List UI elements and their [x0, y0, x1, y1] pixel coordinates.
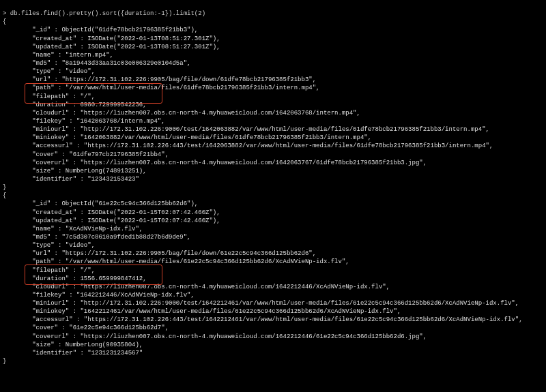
doc2-cloudurl: "cloudurl" : "https://liuzhen007.obs.cn-… — [32, 284, 390, 290]
doc1-identifier: "identifier" : "123432153423" — [32, 176, 139, 183]
doc2-cover: "cover" : "61e22c5e94c366d125bb62d7", — [32, 325, 169, 331]
doc2-accessurl: "accessurl" : "https://172.31.102.226:44… — [32, 316, 522, 323]
terminal-output: > db.files.find().pretty().sort({duratio… — [0, 0, 546, 392]
doc1-duration: "duration" : 6980.729999542236, — [32, 102, 146, 108]
doc2-name: "name" : "XcAdNVieNp-idx.flv", — [32, 226, 143, 232]
command-line: > db.files.find().pretty().sort({duratio… — [3, 10, 205, 17]
doc1-coverurl: "coverurl" : "https://liuzhen007.obs.cn-… — [32, 160, 427, 166]
doc2-path: "path" : "/var/www/html/user-media/files… — [32, 258, 349, 265]
doc2-miniokey: "miniokey" : "1642212461/var/www/html/us… — [32, 308, 401, 315]
doc1-close-brace: } — [3, 184, 6, 191]
doc2-identifier: "identifier" : "1231231234567" — [32, 350, 143, 357]
doc2-updated-at: "updated_at" : ISODate("2022-01-15T02:07… — [32, 217, 220, 224]
doc1-md5: "md5" : "8a19443d33aa31c03e006329e0104d5… — [32, 60, 190, 67]
doc1-miniokey: "miniokey" : "1642063882/var/www/html/us… — [32, 134, 371, 141]
doc1-size: "size" : NumberLong(748913251), — [32, 168, 146, 175]
doc2-filekey: "filekey" : "1642212446/XcAdNVieNp-idx.f… — [32, 292, 195, 299]
doc2-close-brace: } — [3, 358, 6, 365]
doc1-path: "path" : "/var/www/html/user-media/files… — [32, 85, 319, 91]
doc2-url: "url" : "https://172.31.102.226:9905/bag… — [32, 250, 316, 257]
doc2-md5: "md5" : "7c5d307c8610a9fded1b88d27b6d9de… — [32, 234, 190, 241]
doc2-coverurl: "coverurl" : "https://liuzhen007.obs.cn-… — [32, 333, 427, 340]
doc1-created-at: "created_at" : ISODate("2022-01-13T08:51… — [32, 35, 220, 42]
doc2-created-at: "created_at" : ISODate("2022-01-15T02:07… — [32, 209, 220, 216]
doc1-filekey: "filekey" : "1642063768/intern.mp4", — [32, 118, 164, 125]
doc2-miniourl: "miniourl" : "http://172.31.102.226:9000… — [32, 300, 519, 307]
doc2-duration: "duration" : 1556.659999847412, — [32, 275, 146, 282]
doc1-type: "type" : "video", — [32, 68, 95, 75]
doc2-id: "_id" : ObjectId("61e22c5c94c366d125bb62… — [32, 200, 198, 207]
doc1-accessurl: "accessurl" : "https://172.31.102.226:44… — [32, 142, 493, 149]
doc1-id: "_id" : ObjectId("61dfe78bcb21796385f21b… — [32, 27, 198, 33]
doc1-cover: "cover" : "61dfe797cb21796385f21bb4", — [32, 151, 169, 158]
doc2-filepath: "filepath" : "/", — [32, 267, 95, 274]
doc1-open-brace: { — [3, 18, 6, 25]
doc2-open-brace: { — [3, 192, 6, 199]
doc1-url: "url" : "https://172.31.102.226:9905/bag… — [32, 76, 316, 83]
doc1-updated-at: "updated_at" : ISODate("2022-01-13T08:51… — [32, 44, 220, 50]
doc1-filepath: "filepath" : "/", — [32, 93, 95, 100]
doc2-type: "type" : "video", — [32, 242, 95, 249]
doc1-name: "name" : "intern.mp4", — [32, 52, 113, 59]
doc2-size: "size" : NumberLong(90935804), — [32, 342, 143, 348]
doc1-miniourl: "miniourl" : "http://172.31.102.226:9000… — [32, 126, 489, 133]
doc1-cloudurl: "cloudurl" : "https://liuzhen007.obs.cn-… — [32, 110, 360, 117]
